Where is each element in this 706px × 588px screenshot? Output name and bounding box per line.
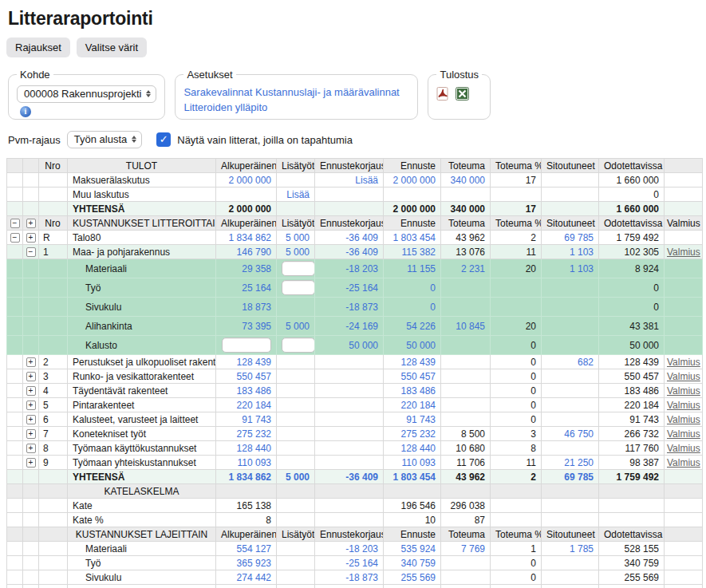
pdf-export-icon[interactable]	[436, 87, 450, 101]
expand-icon[interactable]: +	[26, 219, 36, 228]
expand-icon[interactable]: +	[26, 415, 36, 424]
checkbox-label: Näytä vain litterat, joilla on tapahtumi…	[177, 134, 353, 146]
collapse-icon[interactable]: −	[10, 233, 20, 243]
cell: Ennuste	[384, 527, 441, 542]
cell: 1	[491, 542, 542, 556]
cell: 0	[599, 298, 665, 317]
cell: −	[7, 231, 23, 245]
cell: KUSTANNUKSET LAJEITTAIN	[68, 527, 216, 542]
cell	[23, 585, 39, 588]
cell: Työmaan käyttökustannukset	[68, 441, 216, 456]
cell: 5 000	[277, 231, 315, 245]
cell: 0	[384, 298, 441, 317]
cell: Valmius	[665, 398, 703, 412]
cell: 340 759	[599, 556, 665, 570]
cell	[599, 499, 665, 513]
collapse-icon[interactable]: −	[26, 247, 36, 257]
cell: Lisätyöt	[277, 527, 315, 542]
cell	[665, 173, 703, 187]
info-icon[interactable]: i	[20, 106, 31, 117]
cell: 110 093	[384, 456, 441, 470]
valmius-link[interactable]: Valmius	[667, 247, 700, 258]
valmius-link[interactable]: Valmius	[667, 400, 700, 411]
cell: 1 103	[542, 245, 599, 259]
table-row: Alihankinta73 3955 000-24 16954 22610 84…	[7, 317, 703, 336]
cell: 2	[39, 355, 68, 369]
valmius-link[interactable]: Valmius	[667, 385, 700, 397]
sarakevalinnat-link[interactable]: Sarakevalinnat	[183, 86, 252, 98]
cell	[7, 369, 23, 384]
expand-icon[interactable]: +	[26, 233, 36, 243]
table-row: Työ25 164-25 16400	[7, 278, 703, 298]
cell: Toteuma	[441, 159, 491, 173]
cell	[277, 556, 315, 570]
table-row: Materiaali29 358-18 20311 1552 231201 10…	[7, 259, 703, 278]
filter-row: Pvm-rajaus Työn alusta ✓ Näytä vain litt…	[8, 131, 700, 148]
show-only-litterat-checkbox[interactable]: ✓	[156, 132, 171, 147]
lisaa-link[interactable]: Lisää	[355, 175, 378, 186]
cell: 5	[39, 398, 68, 412]
cell: Alihankinta	[68, 585, 216, 588]
cell	[277, 173, 315, 187]
cell: 117 760	[599, 441, 665, 456]
table-row: +7Konetekniset työt275 232275 2328 50034…	[7, 427, 703, 441]
kohde-select[interactable]: 000008 Rakennusprojekti	[17, 85, 156, 103]
pvm-rajaus-select[interactable]: Työn alusta	[67, 131, 143, 148]
valmius-link[interactable]: Valmius	[667, 443, 700, 454]
cell	[277, 369, 315, 384]
expand-icon[interactable]: +	[26, 372, 36, 381]
kustannuslaji-link[interactable]: Kustannuslaji- ja määrävalinnat	[255, 86, 400, 98]
table-row: NroTULOTAlkuperäinenLisätyötEnnustekorja…	[7, 159, 703, 173]
cell: 5 000	[277, 317, 315, 336]
cell: 0	[491, 398, 542, 412]
valmius-link[interactable]: Valmius	[667, 357, 700, 368]
valmius-link[interactable]: Valmius	[667, 428, 700, 440]
rajaukset-button[interactable]: Rajaukset	[6, 37, 70, 57]
cell	[441, 298, 491, 317]
table-row: −1Maa- ja pohjarakennus146 7905 000-36 4…	[7, 245, 703, 259]
expand-icon[interactable]: +	[26, 401, 36, 410]
cell: 50 000	[384, 336, 441, 355]
amount-input[interactable]	[282, 261, 315, 276]
table-row: −+RTalo801 834 8625 000-36 4091 803 4544…	[7, 231, 703, 245]
valmius-link[interactable]: Valmius	[667, 414, 700, 425]
cell: Kalusto	[68, 336, 216, 355]
cell: Nro	[39, 216, 68, 231]
expand-icon[interactable]: +	[26, 444, 36, 453]
table-row: Sivukulu18 873-18 87300	[7, 298, 703, 317]
cell	[7, 484, 23, 499]
valmius-link[interactable]: Valmius	[667, 457, 700, 468]
cell: Talo80	[68, 231, 216, 245]
collapse-icon[interactable]: −	[10, 219, 20, 228]
amount-input[interactable]	[282, 280, 315, 295]
cell	[23, 499, 39, 513]
cell: 275 232	[384, 427, 441, 441]
expand-icon[interactable]: +	[26, 357, 36, 367]
cell: 1 660 000	[599, 202, 665, 216]
cell: Sivukulu	[68, 298, 216, 317]
litteroiden-yllapito-link[interactable]: Litteroiden ylläpito	[183, 101, 267, 113]
lisaa-link[interactable]: Lisää	[286, 189, 310, 200]
cell	[7, 384, 23, 398]
cell	[542, 484, 599, 499]
cell	[7, 585, 23, 588]
cell	[315, 484, 384, 499]
amount-input[interactable]	[282, 337, 315, 353]
cell	[7, 202, 23, 216]
valmius-link[interactable]: Valmius	[667, 371, 700, 382]
cell	[7, 187, 23, 202]
valitse-varit-button[interactable]: Valitse värit	[77, 37, 147, 57]
cell	[665, 298, 703, 317]
expand-icon[interactable]: +	[26, 429, 36, 439]
asetukset-links: Sarakevalinnat Kustannuslaji- ja määräva…	[183, 85, 409, 116]
excel-export-icon[interactable]	[456, 87, 469, 101]
expand-icon[interactable]: +	[26, 386, 36, 396]
cell: 128 440	[216, 441, 277, 456]
cell: 7	[39, 427, 68, 441]
amount-input[interactable]	[222, 337, 271, 353]
kohde-legend: Kohde	[17, 69, 53, 81]
cell: 3	[39, 369, 68, 384]
cell	[23, 298, 39, 317]
expand-icon[interactable]: +	[26, 458, 36, 468]
cell: 0	[599, 187, 665, 202]
